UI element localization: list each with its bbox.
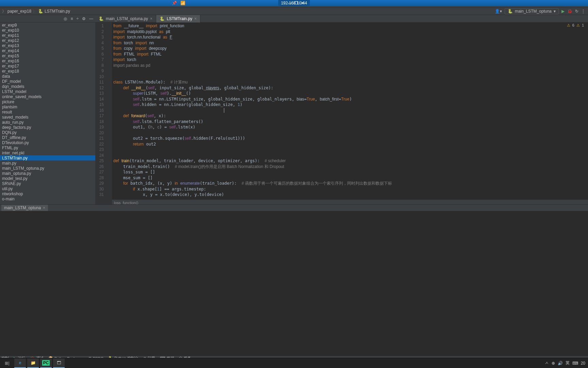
settings-gear-icon[interactable]: ⚙ <box>82 16 86 21</box>
tray-chevron-icon[interactable]: ㅅ <box>545 360 549 366</box>
breadcrumb-file[interactable]: 🐍 LSTMTrain.py <box>38 9 70 14</box>
more-run-icon[interactable]: ⋮ <box>581 9 585 14</box>
breadcrumb-sep-icon: 〉 <box>33 9 37 14</box>
warning-icon: ⚠ <box>567 23 570 28</box>
tree-item[interactable]: main_optuna.py <box>0 171 95 176</box>
remote-close-icon[interactable]: ✕ <box>301 1 304 5</box>
weak-warning-icon: ⚠ <box>576 23 580 28</box>
debug-button-icon[interactable]: 🐞 <box>567 9 572 14</box>
fold-gutter <box>107 22 112 206</box>
chevron-down-icon: ▾ <box>554 9 556 14</box>
run-config-selector[interactable]: 🐍 main_LSTM_optuna ▾ <box>505 8 559 14</box>
task-view-icon[interactable]: ⊞| <box>1 358 13 368</box>
tree-item[interactable]: SRVAE.py <box>0 181 95 186</box>
tree-item[interactable]: online_saved_models <box>0 94 95 99</box>
file-explorer-icon[interactable]: 📁 <box>27 358 39 368</box>
nav-bar: 〉 paper_exp18 〉 🐍 LSTMTrain.py 👤▾ 🐍 main… <box>0 7 588 15</box>
hide-panel-icon[interactable]: — <box>89 16 93 21</box>
editor-tab-active[interactable]: 🐍 LSTMTrain.py × <box>156 15 200 22</box>
tray-network-icon[interactable]: ⊕ <box>552 361 555 366</box>
windows-taskbar: ⊞| e 📁 PC 🗔 ㅅ ⊕ 🔊 英 ⌨ 20 <box>0 358 588 368</box>
tree-item[interactable]: er_exp10 <box>0 28 95 33</box>
tree-item[interactable]: model_test.py <box>0 176 95 181</box>
tree-item[interactable]: util.py <box>0 186 95 191</box>
ime-keyboard-icon[interactable]: ⌨ <box>572 361 578 366</box>
python-file-icon: 🐍 <box>160 16 165 21</box>
close-tab-icon[interactable]: × <box>194 16 197 21</box>
run-tab[interactable]: main_LSTM_optuna × <box>1 205 48 211</box>
tree-item[interactable]: LSTMTrain.py <box>0 155 95 160</box>
editor-tab-bar: 🐍 main_LSTM_optuna.py × 🐍 LSTMTrain.py × <box>95 15 588 22</box>
tree-item[interactable]: er_exp15 <box>0 53 95 58</box>
code-editor[interactable]: from __future__ import print_function im… <box>112 22 585 206</box>
tree-item[interactable]: FTML.py <box>0 145 95 150</box>
inspections-widget[interactable]: ⚠6 ⚠1 <box>567 23 584 28</box>
tree-item[interactable]: main_LSTM_optuna.py <box>0 166 95 171</box>
edge-browser-icon[interactable]: e <box>14 358 26 368</box>
python-file-icon: 🐍 <box>99 16 104 21</box>
pycharm-icon[interactable]: PC <box>40 358 52 368</box>
signal-icon: 📶 <box>180 1 185 5</box>
line-number-gutter: 1234567891011121314151617181920212223242… <box>95 22 107 206</box>
tree-item[interactable]: o-main <box>0 196 95 201</box>
expand-all-icon[interactable]: ≡ <box>70 16 73 21</box>
clock-partial[interactable]: 20 <box>581 361 585 366</box>
tab-label: main_LSTM_optuna.py <box>106 16 148 21</box>
tree-item[interactable]: inter_net.pkl <box>0 150 95 155</box>
project-toolbar: ◎ ≡ ÷ ⚙ — <box>0 15 95 22</box>
tree-item[interactable]: er_exp17 <box>0 63 95 68</box>
tree-item[interactable]: er_exp9 <box>0 22 95 28</box>
remote-connection-bar: 📌 📶 192.168.10.44 — ❐ ✕ <box>0 0 588 6</box>
close-tab-icon[interactable]: × <box>43 205 45 210</box>
tree-item[interactable]: auto_run.py <box>0 120 95 125</box>
run-tool-body[interactable] <box>0 211 588 356</box>
tree-item[interactable]: er_exp16 <box>0 58 95 63</box>
run-button-icon[interactable]: ▶ <box>561 9 565 14</box>
weak-warning-count: 1 <box>582 23 584 28</box>
tray-volume-icon[interactable]: 🔊 <box>558 361 563 366</box>
python-script-icon: 🐍 <box>508 9 513 14</box>
app-icon[interactable]: 🗔 <box>53 358 65 368</box>
tab-label: LSTMTrain.py <box>167 16 192 21</box>
remote-restore-icon[interactable]: ❐ <box>294 1 298 5</box>
tree-item[interactable]: saved_models <box>0 114 95 120</box>
remote-minimize-icon[interactable]: — <box>288 1 292 5</box>
warning-count: 6 <box>572 23 574 28</box>
user-icon[interactable]: 👤▾ <box>495 9 502 14</box>
tree-item[interactable]: main.py <box>0 160 95 166</box>
tree-item[interactable]: DT_offline.py <box>0 135 95 140</box>
tree-item[interactable]: dqn_models <box>0 84 95 89</box>
tree-item[interactable]: plantsim <box>0 104 95 109</box>
tree-item[interactable]: er_exp18 <box>0 68 95 74</box>
select-opened-file-icon[interactable]: ◎ <box>64 16 67 21</box>
ime-lang-indicator[interactable]: 英 <box>566 360 570 366</box>
tree-item[interactable]: DTevolution.py <box>0 140 95 145</box>
breadcrumb-project[interactable]: 〉 paper_exp18 <box>2 9 31 14</box>
tree-item[interactable]: DF_model <box>0 79 95 84</box>
run-tab-label: main_LSTM_optuna <box>4 205 41 210</box>
tree-item[interactable]: LSTM_model <box>0 89 95 94</box>
tree-item[interactable]: result <box>0 109 95 114</box>
rerun-icon[interactable]: ↻ <box>575 9 578 14</box>
tree-item[interactable]: deep_factors.py <box>0 125 95 130</box>
editor-tab[interactable]: 🐍 main_LSTM_optuna.py × <box>95 15 156 22</box>
close-tab-icon[interactable]: × <box>150 16 152 21</box>
tree-item[interactable]: er_exp13 <box>0 43 95 48</box>
tree-item[interactable]: DQN.py <box>0 130 95 135</box>
run-tool-tab-bar: main_LSTM_optuna × <box>0 204 588 211</box>
pin-icon[interactable]: 📌 <box>172 1 177 5</box>
tree-item[interactable]: er_exp11 <box>0 33 95 38</box>
tree-item[interactable]: ntworkshop <box>0 191 95 196</box>
tree-item[interactable]: data <box>0 74 95 79</box>
tree-item[interactable]: er_exp14 <box>0 48 95 53</box>
run-config-label: main_LSTM_optuna <box>515 9 552 14</box>
tree-item[interactable]: picture <box>0 99 95 104</box>
collapse-all-icon[interactable]: ÷ <box>76 16 79 21</box>
tree-item[interactable]: er_exp12 <box>0 38 95 43</box>
